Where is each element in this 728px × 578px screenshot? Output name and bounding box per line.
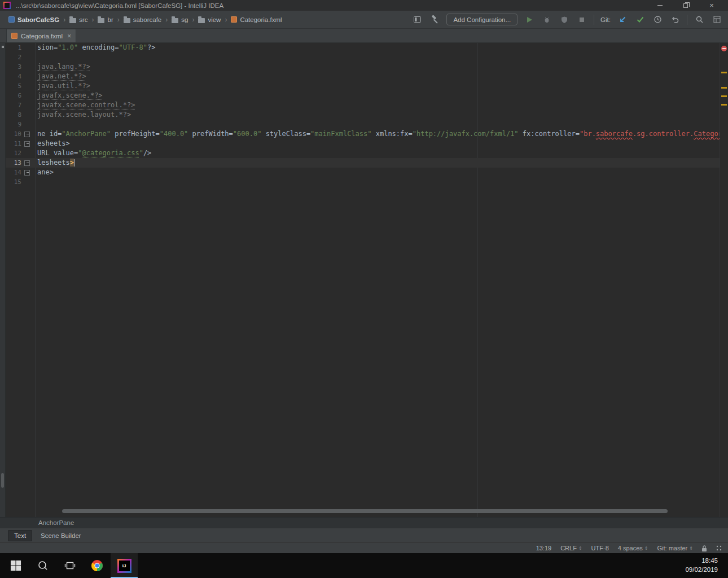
run-icon[interactable] xyxy=(524,14,535,25)
code-editor[interactable]: 1sion="1.0" encoding="UTF-8"?>23java.lan… xyxy=(6,43,720,517)
code-line-15[interactable]: 15 xyxy=(6,177,720,187)
restore-button[interactable] xyxy=(673,0,699,11)
tab-text[interactable]: Text xyxy=(8,530,32,541)
windows-taskbar: IJ 18:45 09/02/2019 xyxy=(0,553,728,578)
line-number[interactable]: 6 xyxy=(6,91,21,100)
breadcrumb-item-br[interactable]: br xyxy=(96,15,115,24)
chevron-updown-icon: ⇕ xyxy=(578,546,582,551)
line-number[interactable]: 12 xyxy=(6,148,21,158)
line-number[interactable]: 13 xyxy=(6,158,21,168)
code-text: javafx.scene.*?> xyxy=(33,91,103,100)
system-tray-clock[interactable]: 18:45 09/02/2019 xyxy=(685,553,728,578)
stop-icon[interactable] xyxy=(576,14,587,25)
project-structure-icon[interactable] xyxy=(711,14,722,25)
tool-windows-icon[interactable] xyxy=(411,14,423,25)
git-label: Git: xyxy=(600,16,611,23)
fold-marker-icon[interactable] xyxy=(21,158,33,168)
file-encoding[interactable]: UTF-8 xyxy=(591,545,609,551)
indicator-grid-icon[interactable] xyxy=(716,545,722,551)
breadcrumb-chevron-icon: › xyxy=(63,16,65,24)
fold-marker-icon[interactable] xyxy=(21,168,33,177)
lock-icon[interactable] xyxy=(701,545,708,552)
fold-gutter xyxy=(21,110,33,120)
breadcrumb-anchorpane[interactable]: AnchorPane xyxy=(38,519,74,526)
line-separator-widget[interactable]: CRLF ⇕ xyxy=(560,545,582,551)
line-number[interactable]: 14 xyxy=(6,168,21,177)
breadcrumb-item-saborcafesg[interactable]: SaborCafeSG xyxy=(7,15,61,24)
code-line-4[interactable]: 4java.net.*?> xyxy=(6,72,720,81)
code-line-2[interactable]: 2 xyxy=(6,52,720,62)
code-text: ane> xyxy=(33,168,54,177)
local-history-clock-icon[interactable] xyxy=(652,14,663,25)
warning-stripe-mark[interactable] xyxy=(721,104,727,106)
chrome-taskbar-icon[interactable] xyxy=(84,553,111,578)
coverage-icon[interactable] xyxy=(559,14,570,25)
code-line-13[interactable]: 13lesheets> xyxy=(6,158,720,168)
line-number[interactable]: 11 xyxy=(6,139,21,148)
line-number[interactable]: 5 xyxy=(6,81,21,91)
warning-stripe-mark[interactable] xyxy=(721,95,727,97)
add-configuration-button[interactable]: Add Configuration... xyxy=(446,14,518,25)
intellij-taskbar-icon[interactable]: IJ xyxy=(111,553,138,578)
taskbar-search-button[interactable] xyxy=(29,553,56,578)
vcs-update-icon[interactable] xyxy=(617,14,628,25)
build-hammer-icon[interactable] xyxy=(429,14,440,25)
line-number[interactable]: 15 xyxy=(6,177,21,187)
line-number[interactable]: 7 xyxy=(6,100,21,110)
warning-stripe-mark[interactable] xyxy=(721,87,727,89)
code-line-11[interactable]: 11esheets> xyxy=(6,139,720,148)
code-line-8[interactable]: 8javafx.scene.layout.*?> xyxy=(6,110,720,120)
tab-close-icon[interactable]: × xyxy=(67,32,71,40)
code-line-14[interactable]: 14ane> xyxy=(6,168,720,177)
code-line-6[interactable]: 6javafx.scene.*?> xyxy=(6,91,720,100)
breadcrumb-item-sg[interactable]: sg xyxy=(170,15,190,24)
warning-stripe-mark[interactable] xyxy=(721,72,727,73)
indent-widget[interactable]: 4 spaces ⇕ xyxy=(618,545,648,551)
search-everywhere-icon[interactable] xyxy=(694,14,705,25)
horizontal-scrollbar[interactable] xyxy=(62,509,668,513)
git-branch-widget[interactable]: Git: master ⇕ xyxy=(657,545,694,551)
code-line-12[interactable]: 12URL value="@categoria.css"/> xyxy=(6,148,720,158)
fold-marker-icon[interactable] xyxy=(21,139,33,148)
minimize-icon xyxy=(657,5,663,6)
line-number[interactable]: 9 xyxy=(6,120,21,129)
breadcrumb-item-saborcafe[interactable]: saborcafe xyxy=(122,15,164,24)
project-icon xyxy=(8,16,15,23)
tray-date: 09/02/2019 xyxy=(685,566,718,575)
fold-gutter xyxy=(21,148,33,158)
caret-position[interactable]: 13:19 xyxy=(536,545,552,551)
breadcrumb-item-categoria-fxml[interactable]: Categoria.fxml xyxy=(229,15,283,24)
line-number[interactable]: 1 xyxy=(6,43,21,52)
line-number[interactable]: 3 xyxy=(6,62,21,72)
left-tool-window-stripe xyxy=(0,43,6,517)
close-button[interactable]: × xyxy=(699,0,725,11)
line-number[interactable]: 10 xyxy=(6,129,21,139)
fold-marker-icon[interactable] xyxy=(21,129,33,139)
code-line-3[interactable]: 3java.lang.*?> xyxy=(6,62,720,72)
task-view-button[interactable] xyxy=(56,553,84,578)
error-indicator-icon[interactable] xyxy=(721,46,727,51)
start-button[interactable] xyxy=(2,553,29,578)
debug-icon[interactable] xyxy=(541,14,552,25)
code-line-10[interactable]: 10ne id="AnchorPane" prefHeight="400.0" … xyxy=(6,129,720,139)
undo-icon[interactable] xyxy=(669,14,681,25)
window-controls: × xyxy=(647,0,725,11)
line-number[interactable]: 2 xyxy=(6,52,21,62)
code-line-1[interactable]: 1sion="1.0" encoding="UTF-8"?> xyxy=(6,43,720,52)
code-line-9[interactable]: 9 xyxy=(6,120,720,129)
vcs-commit-icon[interactable] xyxy=(634,14,646,25)
restore-icon xyxy=(683,3,688,8)
tool-stripe-handle[interactable] xyxy=(1,473,4,488)
breadcrumb-item-view[interactable]: view xyxy=(196,15,222,24)
fxml-file-icon xyxy=(231,16,237,23)
line-number[interactable]: 4 xyxy=(6,72,21,81)
toolbar-actions: Add Configuration... Git: xyxy=(411,14,722,25)
tab-scene-builder[interactable]: Scene Builder xyxy=(34,530,87,541)
minimize-button[interactable] xyxy=(647,0,673,11)
code-line-7[interactable]: 7javafx.scene.control.*?> xyxy=(6,100,720,110)
code-line-5[interactable]: 5java.util.*?> xyxy=(6,81,720,91)
line-number[interactable]: 8 xyxy=(6,110,21,120)
breadcrumb-item-src[interactable]: src xyxy=(68,15,89,24)
editor-breadcrumb-bar: AnchorPane xyxy=(0,517,728,528)
tab-categoria-fxml[interactable]: Categoria.fxml × xyxy=(6,29,76,42)
